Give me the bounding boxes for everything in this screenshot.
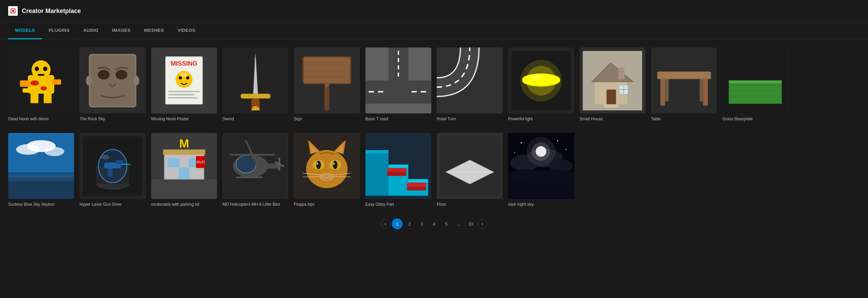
header: Creator Marketplace [0, 0, 868, 22]
card-title: Dead Noob with blood [8, 116, 74, 122]
card-title: Sign [294, 116, 360, 122]
svg-rect-70 [665, 79, 668, 101]
svg-point-8 [31, 81, 39, 86]
card-helicopter[interactable]: MD Helicopters MH-6 Little Bird [222, 133, 288, 207]
svg-rect-61 [607, 90, 616, 104]
svg-rect-12 [52, 80, 61, 85]
svg-point-54 [522, 73, 560, 85]
svg-rect-66 [657, 72, 711, 79]
page-button-2[interactable]: 2 [404, 218, 415, 229]
svg-rect-93 [116, 160, 124, 163]
svg-rect-28 [168, 97, 197, 98]
svg-rect-150 [387, 168, 406, 172]
svg-rect-147 [365, 150, 389, 153]
card-night-sky[interactable]: dark night sky- [508, 133, 574, 207]
svg-rect-78 [729, 81, 782, 83]
card-obby-part[interactable]: Easy Obby Part [365, 133, 431, 207]
card-rock-sky[interactable]: The Rock Sky [79, 48, 145, 122]
svg-point-166 [566, 149, 567, 150]
pagination: ‹ 1 2 3 4 5 ... 33 › [8, 218, 860, 229]
card-t-road[interactable]: Basic T road [365, 48, 431, 122]
svg-point-165 [557, 140, 558, 141]
card-title: Sunless Blue Sky Skybox [8, 202, 74, 207]
card-road-turn[interactable]: Road Turn [437, 48, 503, 122]
card-title: Basic T road [365, 116, 431, 122]
card-floor[interactable]: Floor [437, 133, 503, 207]
card-title: The Rock Sky [79, 116, 145, 122]
svg-marker-29 [253, 54, 258, 98]
svg-rect-145 [385, 165, 408, 168]
svg-point-96 [101, 155, 110, 160]
card-sunless-sky[interactable]: Sunless Blue Sky Skybox [8, 133, 74, 207]
svg-point-132 [333, 161, 337, 169]
tab-audio[interactable]: AUDIO [76, 22, 105, 39]
page-button-5[interactable]: 5 [441, 218, 452, 229]
svg-rect-101 [163, 149, 205, 154]
svg-rect-143 [405, 179, 428, 182]
svg-point-133 [317, 163, 318, 164]
svg-point-6 [43, 67, 47, 71]
card-table[interactable]: Table [651, 48, 717, 122]
card-title: Missing Noob Poster [151, 116, 217, 122]
tab-meshes[interactable]: MESHES [138, 22, 171, 39]
tab-models[interactable]: MODELS [8, 22, 42, 39]
svg-rect-80 [8, 133, 74, 173]
svg-point-17 [86, 76, 92, 85]
card-dead-noob[interactable]: Dead Noob with blood [8, 48, 74, 122]
page-button-33[interactable]: 33 [465, 218, 476, 229]
svg-rect-94 [108, 168, 113, 177]
items-grid-row2: Sunless Blue Sky Skybox [8, 133, 860, 207]
card-title: Small House [580, 116, 646, 122]
card-title: mcdonalds with parking lot [151, 202, 217, 207]
svg-point-163 [526, 137, 555, 166]
card-title: dark night sky- [508, 202, 574, 207]
tab-bar: MODELS PLUGINS AUDIO IMAGES MESHES VIDEO… [0, 22, 868, 39]
card-title: Hyper Laser Gun Giver [79, 202, 145, 207]
card-laser-gun[interactable]: Hyper Laser Gun Giver [79, 133, 145, 207]
svg-point-55 [532, 75, 541, 79]
tab-videos[interactable]: VIDEOS [171, 22, 202, 39]
card-floppa[interactable]: Floppa Npc [294, 133, 360, 207]
svg-rect-60 [619, 67, 624, 79]
tab-images[interactable]: IMAGES [105, 22, 137, 39]
svg-point-4 [32, 60, 51, 80]
svg-point-140 [320, 173, 334, 181]
card-grass-baseplate[interactable]: Grass Baseplate [722, 48, 788, 122]
card-title: Floor [437, 202, 503, 207]
svg-rect-103 [168, 158, 179, 167]
svg-rect-98 [151, 179, 217, 199]
page-button-3[interactable]: 3 [416, 218, 427, 229]
card-title: Easy Obby Part [365, 202, 431, 207]
svg-rect-3 [44, 94, 52, 103]
card-sign[interactable]: Sign [294, 48, 360, 122]
card-sword[interactable]: Sword [222, 48, 288, 122]
card-missing-poster[interactable]: MISSING Missing Noob Poster [151, 48, 217, 122]
next-page-button[interactable]: › [478, 219, 487, 229]
card-title: Road Turn [437, 116, 503, 122]
svg-rect-14 [90, 55, 135, 106]
svg-rect-27 [168, 94, 194, 95]
svg-rect-65 [604, 104, 619, 107]
svg-rect-11 [23, 89, 29, 93]
svg-rect-86 [8, 174, 74, 178]
page-button-4[interactable]: 4 [429, 218, 439, 229]
svg-point-16 [116, 70, 128, 79]
svg-rect-69 [703, 79, 708, 105]
svg-point-122 [306, 150, 348, 188]
tab-plugins[interactable]: PLUGINS [42, 22, 76, 39]
page-ellipsis: ... [453, 218, 464, 229]
svg-rect-30 [241, 94, 270, 98]
svg-point-164 [521, 142, 522, 144]
svg-rect-148 [407, 182, 426, 187]
svg-text:M: M [179, 137, 189, 150]
card-powerful-light[interactable]: Powerful light [508, 48, 574, 122]
card-title: Table [651, 116, 717, 122]
prev-page-button[interactable]: ‹ [381, 219, 390, 229]
svg-rect-71 [699, 79, 703, 101]
card-small-house[interactable]: Small House [580, 48, 646, 122]
svg-point-9 [41, 86, 47, 91]
svg-rect-151 [387, 172, 406, 176]
page-button-1[interactable]: 1 [392, 218, 403, 229]
svg-point-18 [133, 76, 139, 85]
card-mcdonalds[interactable]: M McD mcdonalds with parking lot [151, 133, 217, 207]
